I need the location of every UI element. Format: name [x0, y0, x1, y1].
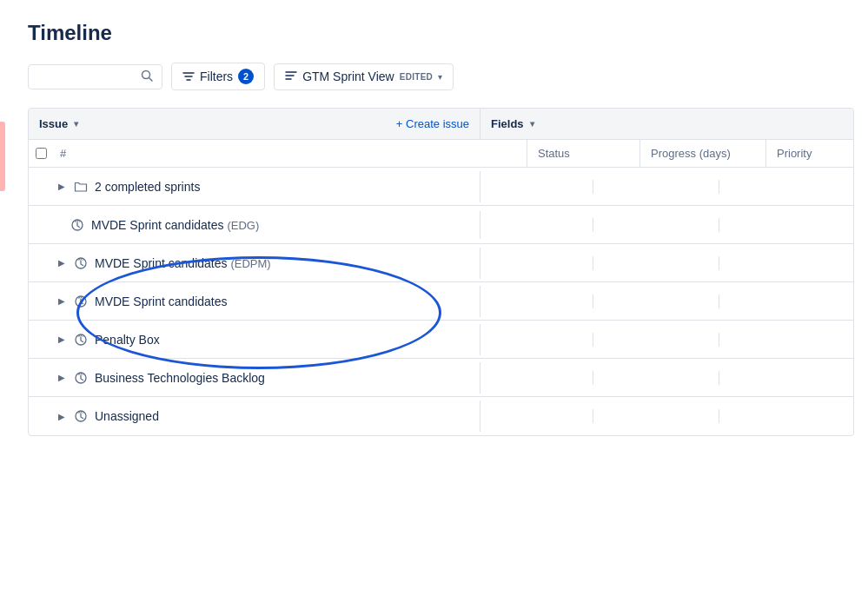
fields-dropdown-icon[interactable]: ▾: [530, 119, 534, 129]
timeline-table: Issue ▾ + Create issue Fields ▾ # Stat: [28, 108, 854, 436]
filters-label: Filters: [200, 70, 233, 83]
row-label: 2 completed sprints: [95, 180, 200, 194]
edited-badge: EDITED: [400, 72, 433, 82]
table-row: ▶ Penalty Box: [29, 321, 853, 359]
row-left-cell: ▶ MVDE Sprint candidates (EDPM): [29, 248, 480, 279]
row-label: MVDE Sprint candidates (EDG): [91, 218, 259, 232]
left-accent-bar: [0, 122, 5, 191]
row-label: Unassigned: [95, 409, 159, 423]
row-label: MVDE Sprint candidates: [95, 295, 228, 308]
priority-cell: [719, 333, 806, 347]
status-column-header: Status: [527, 140, 640, 167]
row-label: Penalty Box: [95, 333, 160, 347]
table-row: ▶ Business Technologies Backlog: [29, 359, 853, 397]
row-left-cell: MVDE Sprint candidates (EDG): [29, 211, 480, 239]
progress-cell: [593, 371, 719, 385]
search-box[interactable]: [28, 64, 162, 89]
select-all-checkbox[interactable]: [36, 148, 47, 159]
table-row: MVDE Sprint candidates (EDG): [29, 206, 853, 244]
progress-cell: [593, 218, 719, 232]
priority-cell: [719, 218, 806, 232]
priority-cell: [719, 180, 806, 194]
sprint-icon: [74, 409, 88, 423]
priority-cell: [719, 409, 806, 423]
row-label: Business Technologies Backlog: [95, 371, 265, 385]
folder-icon: [74, 180, 88, 194]
create-issue-button[interactable]: + Create issue: [396, 117, 469, 130]
table-header-bar: Issue ▾ + Create issue Fields ▾: [29, 109, 853, 140]
expand-button[interactable]: ▶: [53, 331, 70, 348]
view-icon: [285, 70, 297, 84]
search-input[interactable]: [37, 70, 136, 83]
row-left-cell: ▶ Unassigned: [29, 400, 480, 432]
status-cell: [480, 180, 593, 194]
progress-cell: [593, 333, 719, 347]
column-headers: # Status Progress (days) Priority: [29, 140, 853, 168]
row-label: MVDE Sprint candidates (EDPM): [95, 256, 271, 270]
page-title: Timeline: [28, 21, 868, 45]
view-label: GTM Sprint View: [302, 70, 394, 83]
row-left-cell: ▶ Business Technologies Backlog: [29, 362, 480, 394]
svg-line-1: [149, 77, 153, 81]
sprint-icon: [74, 371, 88, 385]
expand-button[interactable]: ▶: [53, 178, 70, 195]
filters-button[interactable]: Filters 2: [171, 63, 265, 90]
table-row: ▶ MVDE Sprint candidates: [29, 282, 853, 321]
page-container: Timeline Filters 2: [0, 0, 868, 609]
status-cell: [480, 409, 593, 423]
progress-cell: [593, 409, 719, 423]
priority-cell: [719, 295, 806, 308]
issue-header-label: Issue: [39, 117, 68, 130]
row-right-cell: [480, 218, 853, 232]
view-selector-button[interactable]: GTM Sprint View EDITED ▾: [274, 63, 454, 90]
status-cell: [480, 218, 593, 232]
issue-dropdown-icon[interactable]: ▾: [74, 119, 78, 129]
issue-header: Issue ▾ + Create issue: [29, 109, 480, 139]
filters-count-badge: 2: [238, 69, 254, 84]
select-all-checkbox-cell: [29, 140, 56, 167]
progress-cell: [593, 256, 719, 270]
sprint-icon: [74, 295, 88, 308]
progress-cell: [593, 295, 719, 308]
priority-column-header: Priority: [766, 140, 853, 167]
row-right-cell: [480, 256, 853, 270]
status-cell: [480, 295, 593, 308]
expand-button[interactable]: ▶: [53, 293, 70, 310]
expand-button[interactable]: ▶: [53, 369, 70, 387]
row-right-cell: [480, 180, 853, 194]
sprint-icon: [70, 218, 84, 232]
row-right-cell: [480, 371, 853, 385]
chevron-down-icon: ▾: [438, 72, 442, 82]
row-right-cell: [480, 409, 853, 423]
table-row: ▶ 2 completed sprints: [29, 168, 853, 206]
table-row: ▶ Unassigned: [29, 397, 853, 435]
sprint-icon: [74, 256, 88, 270]
priority-cell: [719, 371, 806, 385]
row-left-cell: ▶ 2 completed sprints: [29, 171, 480, 202]
status-cell: [480, 371, 593, 385]
status-cell: [480, 256, 593, 270]
row-right-cell: [480, 295, 853, 308]
status-cell: [480, 333, 593, 347]
row-left-cell: ▶ MVDE Sprint candidates: [29, 286, 480, 317]
table-row: ▶ MVDE Sprint candidates (EDPM): [29, 244, 853, 282]
toolbar: Filters 2 GTM Sprint View EDITED ▾: [28, 63, 868, 90]
search-icon: [141, 70, 153, 84]
row-left-cell: ▶ Penalty Box: [29, 324, 480, 355]
progress-cell: [593, 180, 719, 194]
expand-button[interactable]: ▶: [53, 255, 70, 272]
filter-icon: [182, 70, 195, 83]
fields-header-label: Fields: [491, 117, 524, 130]
expand-button[interactable]: ▶: [53, 407, 70, 425]
hash-column-header: #: [56, 140, 527, 167]
priority-cell: [719, 256, 806, 270]
sprint-icon: [74, 333, 88, 347]
fields-header: Fields ▾: [480, 109, 853, 139]
progress-column-header: Progress (days): [640, 140, 766, 167]
row-right-cell: [480, 333, 853, 347]
